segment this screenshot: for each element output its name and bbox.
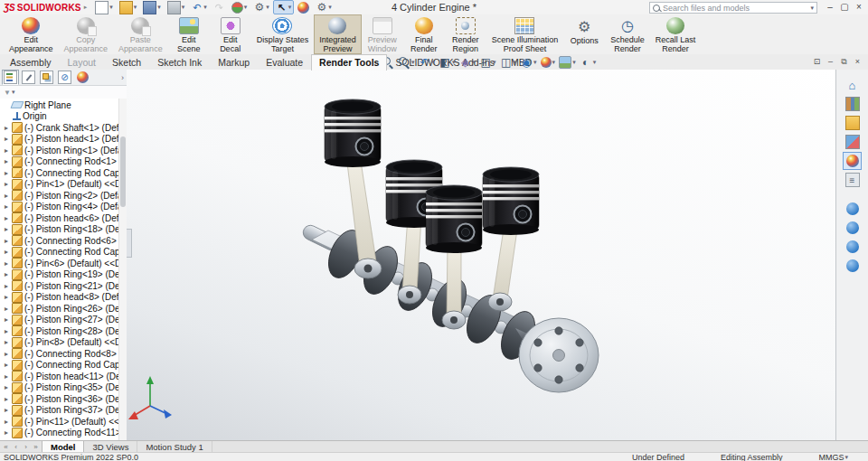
quick-tool-options-gear[interactable]: ▾ (250, 0, 272, 14)
search-input[interactable] (663, 4, 809, 13)
dropdown-caret-icon[interactable]: ▾ (572, 59, 576, 66)
tree-item[interactable]: ▸ (-) Connecting Rod Cap<8> (D (0, 360, 119, 372)
panel-tab-dimxpertmanager[interactable] (56, 70, 73, 85)
dropdown-caret-icon[interactable]: ▾ (552, 59, 556, 66)
dropdown-caret-icon[interactable]: ▾ (134, 4, 137, 11)
taskpane-tab-view-palette[interactable] (843, 133, 862, 151)
tree-item[interactable]: ▸ (-) Pin<1> (Default) <<Defaul (0, 179, 119, 191)
expand-arrow-icon[interactable]: ▸ (3, 350, 10, 358)
headsup-tool-apply-scene[interactable]: ▾ (557, 55, 578, 69)
panel-expand-chevron-icon[interactable]: › (121, 73, 124, 82)
filter-caret-icon[interactable]: ▾ (12, 89, 15, 96)
tree-item[interactable]: ▸ (-) Piston Ring<4> (Default) < (0, 202, 119, 213)
panel-tab-configurationmanager[interactable] (38, 70, 55, 85)
previous-tab-button[interactable]: ‹ (12, 443, 20, 451)
taskpane-tab-home[interactable] (843, 76, 862, 94)
taskpane-tab-circle-a[interactable] (843, 200, 862, 218)
expand-arrow-icon[interactable]: ▸ (3, 146, 10, 155)
minimize-document-button[interactable]: – (824, 55, 837, 69)
chevron-right-icon[interactable]: ▸ (84, 4, 88, 11)
tree-item[interactable]: ▸ (-) Connecting Rod<11> (Defa (0, 428, 119, 439)
tree-item[interactable]: ▸ (-) Piston Ring<28> (Default) (0, 325, 119, 337)
headsup-tool-dynamic-annotation-views[interactable]: ▾ (458, 55, 478, 69)
command-tab[interactable]: Sketch Ink (149, 54, 210, 70)
tree-scrollbar-thumb[interactable] (120, 136, 126, 207)
dropdown-caret-icon[interactable]: ▾ (157, 4, 161, 11)
first-tab-button[interactable]: « (2, 443, 10, 451)
dropdown-caret-icon[interactable]: ▾ (411, 59, 415, 66)
ribbon-button-scene-illumination-proof-sheet[interactable]: Scene Illumination Proof Sheet (486, 14, 564, 54)
expand-arrow-icon[interactable]: ▸ (3, 237, 10, 245)
expand-arrow-icon[interactable]: ▸ (3, 293, 10, 301)
tree-item[interactable]: ▸ (-) Connecting Rod<8> (Defau (0, 348, 119, 360)
headsup-tool-previous-view[interactable]: ▾ (417, 55, 438, 69)
quick-tool-rebuild[interactable]: ▾ (229, 0, 250, 14)
tree-item[interactable]: ▸ (-) Connecting Rod Cap<1> (D (0, 167, 119, 179)
dropdown-caret-icon[interactable]: ▾ (182, 4, 185, 11)
expand-arrow-icon[interactable]: ▸ (3, 135, 10, 143)
taskpane-tab-circle-b[interactable] (843, 219, 862, 237)
dropdown-caret-icon[interactable]: ▾ (432, 59, 436, 66)
expand-arrow-icon[interactable]: ▸ (3, 395, 10, 403)
dropdown-caret-icon[interactable]: ▾ (266, 4, 269, 11)
tree-item[interactable]: ▸ (-) Piston head<6> (Default) < (0, 212, 119, 224)
quick-tool-undo[interactable]: ▾ (188, 0, 210, 14)
expand-arrow-icon[interactable]: ▸ (3, 305, 10, 313)
graphics-area[interactable] (127, 70, 835, 440)
ribbon-button-copy-appearance[interactable]: Copy Appearance (59, 14, 114, 54)
dropdown-caret-icon[interactable]: ▾ (203, 4, 207, 11)
expand-arrow-icon[interactable]: ▸ (3, 248, 10, 256)
units-caret-icon[interactable]: ▾ (844, 453, 848, 461)
last-tab-button[interactable]: » (32, 443, 40, 451)
filter-funnel-icon[interactable]: ▼ (4, 89, 11, 97)
command-tab[interactable]: Evaluate (258, 54, 311, 70)
status-item[interactable]: Editing Assembly (721, 453, 783, 461)
ribbon-button-preview-window[interactable]: Preview Window (362, 14, 403, 54)
expand-arrow-icon[interactable]: ▸ (3, 327, 10, 335)
ribbon-button-final-render[interactable]: Final Render (403, 14, 445, 54)
command-tab[interactable]: Render Tools (311, 54, 387, 71)
command-tab[interactable]: Assembly (2, 54, 60, 70)
dropdown-caret-icon[interactable]: ▾ (593, 59, 597, 66)
taskpane-tab-circle-d[interactable] (843, 257, 862, 275)
headsup-tool-view-settings[interactable]: ▾ (578, 55, 599, 69)
tree-scrollbar[interactable] (118, 99, 127, 440)
tree-item[interactable]: ▸ (-) Connecting Rod<6> (Defau (0, 235, 119, 247)
quick-tool-new-document[interactable]: ▾ (92, 0, 116, 14)
expand-arrow-icon[interactable]: ▸ (3, 383, 10, 391)
tree-item[interactable]: ▸ (-) Connecting Rod<1> (Defau (0, 156, 119, 168)
command-tab[interactable]: Sketch (104, 54, 149, 70)
panel-tab-featuremanager[interactable] (2, 70, 19, 85)
expand-arrow-icon[interactable]: ▸ (3, 282, 10, 290)
status-item[interactable]: MMGS ▾ (818, 453, 848, 461)
tree-item[interactable]: ▸ Origin (0, 111, 119, 123)
tree-item[interactable]: ▸ (-) Piston Ring<18> (Default) (0, 224, 119, 236)
expand-arrow-icon[interactable]: ▸ (3, 372, 10, 381)
expand-arrow-icon[interactable]: ▸ (3, 124, 10, 132)
expand-arrow-icon[interactable]: ▸ (3, 169, 10, 177)
taskpane-tab-circle-c[interactable] (843, 238, 862, 256)
dropdown-caret-icon[interactable]: ▾ (473, 59, 476, 66)
headsup-tool-view-orientation[interactable]: ▾ (477, 55, 498, 69)
tree-item[interactable]: ▸ (-) Piston Ring<2> (Default) < (0, 190, 119, 202)
tree-item[interactable]: ▸ (-) Piston Ring<35> (Default) (0, 382, 119, 394)
restore-document-button[interactable]: ⧉ (837, 55, 851, 69)
ribbon-button-options[interactable]: Options (563, 14, 605, 54)
command-tab[interactable]: Markup (210, 54, 258, 70)
taskpane-tab-design-library[interactable] (843, 95, 862, 113)
expand-arrow-icon[interactable]: ▸ (3, 315, 10, 324)
dropdown-caret-icon[interactable]: ▾ (244, 4, 248, 11)
dropdown-caret-icon[interactable]: ▾ (288, 4, 292, 11)
search-box[interactable]: ▾ (649, 2, 817, 14)
maximize-window-button[interactable]: ▢ (837, 0, 852, 14)
tree-item[interactable]: ▸ (-) Piston head<11> (Default) (0, 371, 119, 382)
status-item[interactable]: Under Defined (632, 453, 684, 461)
dropdown-caret-icon[interactable]: ▾ (109, 4, 113, 11)
quick-tool-redo[interactable] (211, 0, 228, 14)
frame-document-button[interactable]: ⊡ (810, 55, 824, 69)
expand-arrow-icon[interactable]: ▸ (3, 270, 10, 278)
taskpane-tab-appearances[interactable] (843, 152, 862, 170)
taskpane-tab-custom-properties[interactable] (843, 171, 862, 189)
tree-item[interactable]: ▸ (-) Piston Ring<36> (Default) (0, 393, 119, 405)
ribbon-button-integrated-preview[interactable]: Integrated Preview (314, 14, 362, 54)
